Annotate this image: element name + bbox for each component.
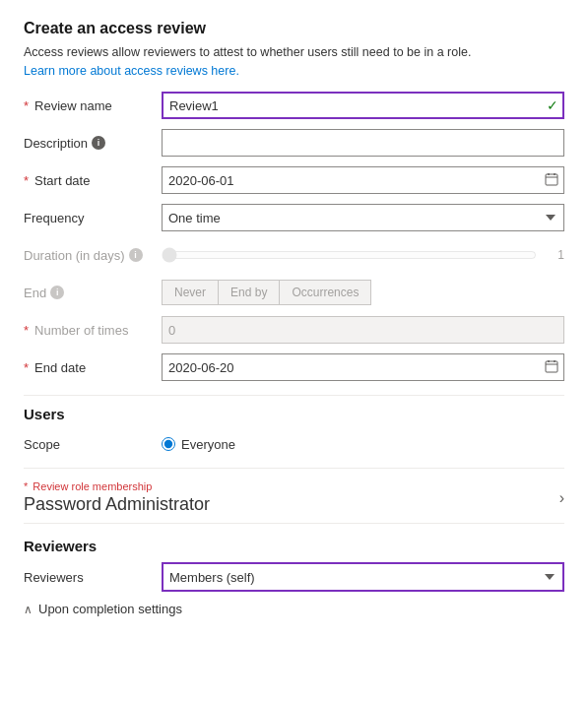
- description-label: Description i: [24, 136, 162, 151]
- reviewers-section-title: Reviewers: [24, 538, 564, 554]
- scope-everyone-option[interactable]: Everyone: [162, 437, 235, 452]
- required-star: *: [24, 98, 29, 113]
- required-star-end: *: [24, 360, 29, 375]
- start-date-label: * Start date: [24, 173, 162, 188]
- required-star-role: *: [24, 480, 28, 492]
- page-description: Access reviews allow reviewers to attest…: [24, 45, 564, 59]
- users-divider: [24, 395, 564, 396]
- reviewers-label: Reviewers: [24, 570, 162, 585]
- required-star-start: *: [24, 173, 29, 188]
- end-toggle-group: Never End by Occurrences: [162, 280, 564, 305]
- description-row: Description i: [24, 129, 564, 157]
- end-by-button[interactable]: End by: [218, 280, 279, 305]
- review-name-input-wrapper: ✓: [162, 92, 564, 119]
- frequency-row: Frequency One time Weekly Monthly Quarte…: [24, 204, 564, 231]
- end-label: End i: [24, 286, 162, 300]
- completion-settings-label: Upon completion settings: [38, 602, 182, 616]
- frequency-select[interactable]: One time Weekly Monthly Quarterly Annual…: [162, 204, 564, 231]
- end-date-input-wrapper: [162, 353, 564, 381]
- end-date-label: * End date: [24, 360, 162, 375]
- role-info: * Review role membership Password Admini…: [24, 480, 210, 515]
- page-title: Create an access review: [24, 20, 564, 37]
- duration-slider: [162, 247, 537, 263]
- reviewers-row: Reviewers Members (self) Selected users …: [24, 562, 564, 592]
- scope-radio[interactable]: [162, 437, 175, 451]
- duration-value: 1: [545, 248, 564, 262]
- number-of-times-input[interactable]: [162, 316, 564, 344]
- description-input[interactable]: [162, 129, 564, 157]
- role-membership-label: * Review role membership: [24, 480, 210, 492]
- review-name-label: * Review name: [24, 98, 162, 113]
- end-date-row: * End date: [24, 353, 564, 381]
- role-chevron-right-icon: ›: [559, 489, 564, 507]
- end-row: End i Never End by Occurrences: [24, 279, 564, 306]
- role-membership-row[interactable]: * Review role membership Password Admini…: [24, 468, 564, 524]
- completion-settings-row[interactable]: ∧ Upon completion settings: [24, 602, 564, 616]
- end-date-input[interactable]: [162, 353, 564, 381]
- start-date-input[interactable]: [162, 166, 564, 194]
- duration-info-icon[interactable]: i: [129, 248, 143, 262]
- start-date-row: * Start date: [24, 166, 564, 194]
- scope-row: Scope Everyone: [24, 430, 564, 458]
- duration-row: Duration (in days) i 1: [24, 241, 564, 269]
- duration-label: Duration (in days) i: [24, 248, 162, 263]
- access-review-form: * Review name ✓ Description i * Start da…: [24, 92, 564, 616]
- reviewers-select[interactable]: Members (self) Selected users Managers: [162, 562, 564, 592]
- end-occurrences-button[interactable]: Occurrences: [279, 280, 371, 305]
- review-name-input[interactable]: [162, 92, 564, 119]
- description-info-icon[interactable]: i: [92, 136, 105, 150]
- start-date-input-wrapper: [162, 166, 564, 194]
- review-name-row: * Review name ✓: [24, 92, 564, 119]
- required-star-times: *: [24, 323, 29, 338]
- learn-more-link[interactable]: Learn more about access reviews here.: [24, 64, 239, 78]
- number-of-times-label: * Number of times: [24, 323, 162, 338]
- role-name: Password Administrator: [24, 494, 210, 515]
- scope-label: Scope: [24, 437, 162, 452]
- duration-slider-wrapper: 1: [162, 247, 564, 263]
- number-of-times-row: * Number of times: [24, 316, 564, 344]
- frequency-label: Frequency: [24, 211, 162, 225]
- completion-chevron-up-icon: ∧: [24, 603, 33, 616]
- end-info-icon[interactable]: i: [50, 286, 64, 299]
- users-section-title: Users: [24, 406, 564, 422]
- end-never-button[interactable]: Never: [162, 280, 218, 305]
